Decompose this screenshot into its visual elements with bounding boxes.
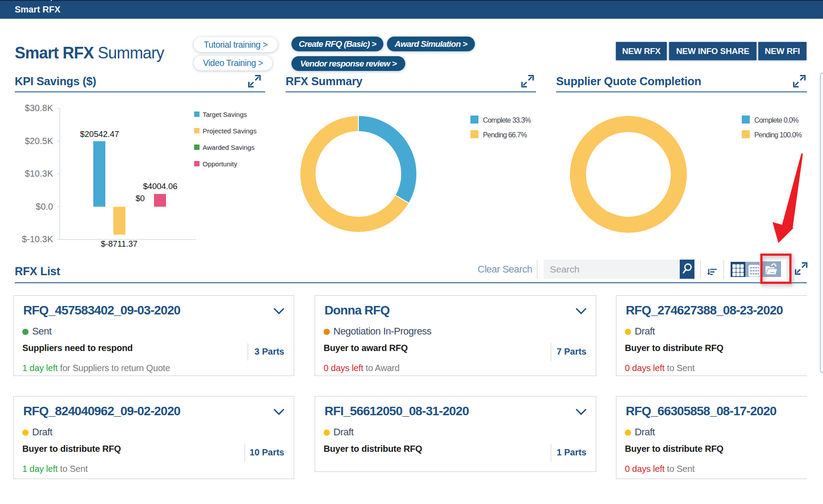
svg-text:$0.0: $0.0 [36, 202, 53, 211]
svg-text:$30.8K: $30.8K [25, 103, 54, 113]
svg-text:$-10.3K: $-10.3K [22, 234, 54, 244]
svg-text:$10.3K: $10.3K [25, 169, 54, 178]
svg-text:$0: $0 [136, 194, 145, 203]
svg-text:$4004.06: $4004.06 [143, 182, 177, 191]
svg-text:Target Savings: Target Savings [203, 111, 247, 118]
svg-text:$-8711.37: $-8711.37 [101, 239, 137, 248]
svg-text:$20.5K: $20.5K [25, 136, 54, 146]
svg-text:$20542.47: $20542.47 [80, 129, 119, 139]
svg-text:Awarded Savings: Awarded Savings [203, 144, 254, 151]
svg-text:Opportunity: Opportunity [203, 160, 237, 168]
svg-text:Projected Savings: Projected Savings [203, 127, 257, 135]
